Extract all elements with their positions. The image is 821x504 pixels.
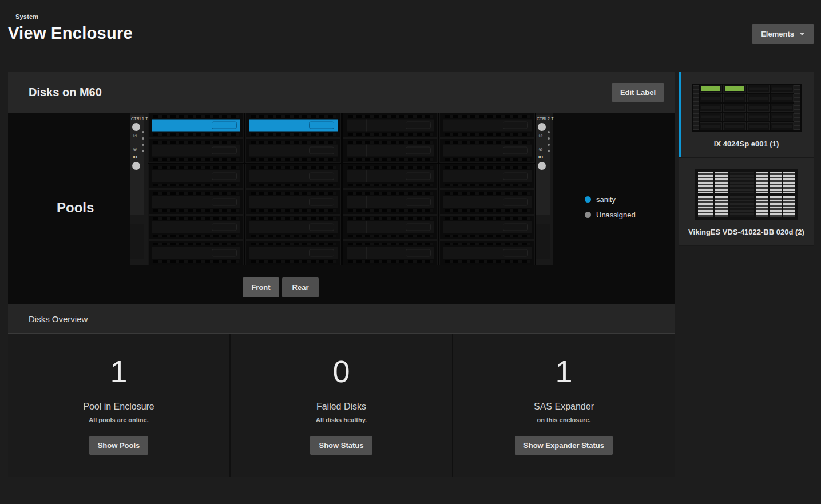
- disk-slot[interactable]: [245, 164, 341, 189]
- mini-disk-slot: [771, 122, 794, 130]
- show-status-button[interactable]: Show Status: [310, 436, 372, 455]
- sas-expander-label: SAS Expander: [534, 402, 594, 412]
- disk-slot[interactable]: [245, 240, 341, 265]
- disk-slot[interactable]: [148, 138, 244, 164]
- disks-overview-header: Disks Overview: [8, 304, 675, 334]
- show-expander-status-button[interactable]: Show Expander Status: [515, 436, 613, 455]
- disk-slot[interactable]: [148, 113, 244, 138]
- panel-block: [130, 224, 144, 259]
- legend-dot-icon: [585, 212, 591, 218]
- disk-slot[interactable]: [148, 189, 244, 215]
- id-label-1: ID: [133, 154, 144, 160]
- disk-slot[interactable]: [245, 189, 341, 215]
- id-led-icon: [538, 162, 546, 170]
- disk-slot[interactable]: [148, 240, 244, 265]
- show-pools-button[interactable]: Show Pools: [89, 436, 149, 455]
- enclosure-front-view: CTRL1 T ⊘ ⊗ ID CTRL2 T: [130, 113, 553, 265]
- mini-disk-slot: [700, 85, 723, 93]
- elements-dropdown-button[interactable]: Elements: [752, 24, 814, 44]
- disk-slot[interactable]: [245, 113, 341, 138]
- thumb-side-panel: [794, 85, 800, 130]
- legend-dot-icon: [585, 196, 591, 203]
- disk-slot[interactable]: [343, 113, 438, 138]
- m60-thumbnail-graphic: [692, 84, 802, 132]
- mini-disk-slot: [771, 113, 794, 121]
- mini-disk-slot: [747, 122, 770, 130]
- mini-disk-slot: [747, 85, 770, 93]
- id-label-2: ID: [538, 154, 549, 160]
- mini-disk-slot: [723, 113, 746, 121]
- enclosure-thumb-label: iX 4024Sp e001 (1): [684, 140, 808, 148]
- sas-expander-text: on this enclosure.: [537, 416, 590, 423]
- enclosure-selector-sidebar: iX 4024Sp e001 (1) VikingES VDS-41022-BB…: [679, 72, 814, 246]
- mini-disk-slot: [700, 94, 723, 102]
- breadcrumb[interactable]: System: [15, 13, 38, 20]
- pool-count-label: Pool in Enclosure: [83, 402, 154, 412]
- rear-view-button[interactable]: Rear: [282, 277, 319, 297]
- disk-slot[interactable]: [439, 164, 535, 189]
- thumb-side-panel: [693, 85, 699, 130]
- pool-count: 1: [110, 356, 127, 387]
- stats-row: 1 Pool in Enclosure All pools are online…: [8, 334, 675, 477]
- failed-disk-label: Failed Disks: [316, 402, 366, 412]
- power-led-icon: [132, 123, 140, 131]
- selected-indicator: [679, 72, 681, 157]
- disks-card: Disks on M60 Edit Label Pools CTRL1 T ⊘ …: [8, 72, 675, 477]
- legend-label: Unassigned: [596, 211, 636, 219]
- stat-card-failed-disks: 0 Failed Disks All disks healthy. Show S…: [231, 334, 452, 477]
- disk-slot[interactable]: [439, 215, 535, 240]
- mini-disk-slot: [723, 122, 746, 130]
- disk-slot[interactable]: [148, 215, 244, 240]
- mini-disk-slot: [747, 94, 770, 102]
- disks-overview-title: Disks Overview: [29, 314, 88, 324]
- disk-slot[interactable]: [343, 138, 438, 164]
- stat-card-pools: 1 Pool in Enclosure All pools are online…: [8, 334, 229, 477]
- status-led-column: [548, 131, 550, 152]
- mini-disk-slot: [723, 94, 746, 102]
- legend-item: Unassigned: [585, 211, 636, 219]
- edit-label-button[interactable]: Edit Label: [612, 83, 664, 102]
- status-led-column: [142, 131, 144, 152]
- page-header: System View Enclosure Elements: [0, 0, 821, 53]
- enclosure-visualization: Pools CTRL1 T ⊘ ⊗ ID: [8, 113, 675, 304]
- id-led-icon: [132, 162, 140, 170]
- disk-slot[interactable]: [439, 240, 535, 265]
- disk-health-text: All disks healthy.: [316, 416, 367, 423]
- elements-dropdown-label: Elements: [761, 30, 794, 38]
- disk-slot[interactable]: [343, 240, 438, 265]
- disks-card-title: Disks on M60: [29, 86, 102, 99]
- pool-legend: sanityUnassigned: [585, 195, 636, 226]
- controller-panel-2: CTRL2 T ⊘ ⊗ ID: [536, 113, 553, 265]
- mini-disk-slot: [747, 113, 770, 121]
- pools-view-label: Pools: [57, 200, 94, 216]
- mini-disk-slot: [771, 94, 794, 102]
- pool-status-text: All pools are online.: [89, 416, 149, 423]
- disk-slot[interactable]: [245, 138, 341, 164]
- sas-expander-count: 1: [555, 356, 572, 387]
- stat-card-sas-expander: 1 SAS Expander on this enclosure. Show E…: [453, 334, 675, 477]
- disks-card-header: Disks on M60 Edit Label: [8, 72, 675, 113]
- disk-slot[interactable]: [343, 215, 438, 240]
- enclosure-thumb-viking[interactable]: VikingES VDS-41022-BB 020d (2): [679, 158, 814, 246]
- disk-slot[interactable]: [343, 164, 438, 189]
- page-title: View Enclosure: [8, 24, 133, 43]
- disk-slot[interactable]: [439, 138, 535, 164]
- enclosure-thumb-label: VikingES VDS-41022-BB 020d (2): [684, 228, 808, 236]
- mini-disk-slot: [771, 85, 794, 93]
- legend-item: sanity: [585, 195, 636, 204]
- enclosure-thumb-m60[interactable]: iX 4024Sp e001 (1): [679, 72, 814, 158]
- failed-disk-count: 0: [332, 356, 350, 387]
- disk-slot[interactable]: [245, 215, 341, 240]
- disk-slot[interactable]: [439, 113, 535, 138]
- disk-slot[interactable]: [148, 164, 244, 189]
- mini-disk-slot: [700, 104, 723, 112]
- front-view-button[interactable]: Front: [243, 277, 279, 297]
- mini-disk-slot: [700, 113, 723, 121]
- mini-disk-slot: [723, 104, 746, 112]
- disk-slot[interactable]: [343, 189, 438, 215]
- disk-slot[interactable]: [439, 189, 535, 215]
- chevron-down-icon: [799, 33, 805, 35]
- disk-slot-grid: [148, 113, 536, 265]
- mini-disk-slot: [700, 122, 723, 130]
- panel-block: [536, 224, 550, 259]
